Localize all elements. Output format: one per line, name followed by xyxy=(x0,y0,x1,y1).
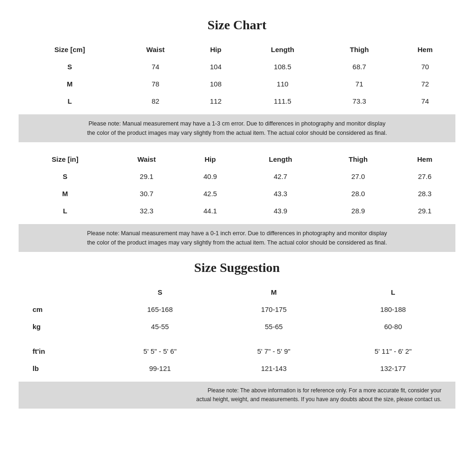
suggestion-s: 99-121 xyxy=(103,360,217,377)
in-col-hip: Hip xyxy=(182,151,239,168)
hip-cell: 112 xyxy=(190,93,241,110)
suggestion-l: 60-80 xyxy=(331,318,455,335)
suggestion-label: ft'in xyxy=(19,343,103,360)
hip-cell: 104 xyxy=(190,58,241,75)
suggestion-s: 5' 5" - 5' 6" xyxy=(103,343,217,360)
cm-col-length: Length xyxy=(241,41,323,58)
thigh-cell: 68.7 xyxy=(324,58,395,75)
in-col-waist: Waist xyxy=(112,151,182,168)
in-table-header-row: Size [in] Waist Hip Length Thigh Hem xyxy=(19,151,455,168)
suggestion-m: 121-143 xyxy=(217,360,331,377)
suggestion-label: cm xyxy=(19,301,103,318)
spacer-row xyxy=(19,335,455,343)
suggestion-col-s: S xyxy=(103,284,217,301)
table-row: S 29.1 40.9 42.7 27.0 27.6 xyxy=(19,168,455,185)
suggestion-m: 170-175 xyxy=(217,301,331,318)
size-cell: M xyxy=(19,185,112,202)
table-row: S 74 104 108.5 68.7 70 xyxy=(19,58,455,75)
waist-cell: 78 xyxy=(121,75,190,93)
hip-cell: 108 xyxy=(190,75,241,93)
bottom-note: Please note: The above information is fo… xyxy=(19,382,455,409)
suggestion-col-l: L xyxy=(331,284,455,301)
cm-table-header-row: Size [cm] Waist Hip Length Thigh Hem xyxy=(19,41,455,58)
table-row: L 82 112 111.5 73.3 74 xyxy=(19,93,455,110)
suggestion-table: S M L cm 165-168 170-175 180-188 kg 45-5… xyxy=(19,284,455,377)
size-cell: S xyxy=(19,168,112,185)
cm-col-hip: Hip xyxy=(190,41,241,58)
thigh-cell: 27.0 xyxy=(322,168,394,185)
length-cell: 43.9 xyxy=(239,202,323,219)
suggestion-title: Size Suggestion xyxy=(19,260,455,275)
waist-cell: 74 xyxy=(121,58,190,75)
length-cell: 108.5 xyxy=(241,58,323,75)
suggestion-header-row: S M L xyxy=(19,284,455,301)
suggestion-label: kg xyxy=(19,318,103,335)
list-item: lb 99-121 121-143 132-177 xyxy=(19,360,455,377)
in-col-length: Length xyxy=(239,151,323,168)
length-cell: 110 xyxy=(241,75,323,93)
hem-cell: 29.1 xyxy=(394,202,455,219)
cm-col-thigh: Thigh xyxy=(324,41,395,58)
in-size-table: Size [in] Waist Hip Length Thigh Hem S 2… xyxy=(19,151,455,219)
table-row: M 30.7 42.5 43.3 28.0 28.3 xyxy=(19,185,455,202)
list-item: cm 165-168 170-175 180-188 xyxy=(19,301,455,318)
suggestion-m: 5' 7" - 5' 9" xyxy=(217,343,331,360)
hip-cell: 42.5 xyxy=(182,185,239,202)
length-cell: 43.3 xyxy=(239,185,323,202)
waist-cell: 30.7 xyxy=(112,185,182,202)
size-cell: M xyxy=(19,75,121,93)
hem-cell: 28.3 xyxy=(394,185,455,202)
cm-col-size: Size [cm] xyxy=(19,41,121,58)
size-cell: L xyxy=(19,202,112,219)
in-col-thigh: Thigh xyxy=(322,151,394,168)
suggestion-l: 132-177 xyxy=(331,360,455,377)
suggestion-l: 180-188 xyxy=(331,301,455,318)
waist-cell: 82 xyxy=(121,93,190,110)
suggestion-col-label xyxy=(19,284,103,301)
suggestion-col-m: M xyxy=(217,284,331,301)
hip-cell: 40.9 xyxy=(182,168,239,185)
length-cell: 42.7 xyxy=(239,168,323,185)
in-note: Please note: Manual measurement may have… xyxy=(19,224,455,252)
waist-cell: 32.3 xyxy=(112,202,182,219)
thigh-cell: 73.3 xyxy=(324,93,395,110)
cm-size-table: Size [cm] Waist Hip Length Thigh Hem S 7… xyxy=(19,41,455,110)
list-item: kg 45-55 55-65 60-80 xyxy=(19,318,455,335)
thigh-cell: 28.0 xyxy=(322,185,394,202)
suggestion-s: 45-55 xyxy=(103,318,217,335)
hip-cell: 44.1 xyxy=(182,202,239,219)
cm-col-waist: Waist xyxy=(121,41,190,58)
hem-cell: 72 xyxy=(395,75,455,93)
suggestion-s: 165-168 xyxy=(103,301,217,318)
hem-cell: 27.6 xyxy=(394,168,455,185)
table-row: M 78 108 110 71 72 xyxy=(19,75,455,93)
thigh-cell: 28.9 xyxy=(322,202,394,219)
suggestion-label: lb xyxy=(19,360,103,377)
cm-note: Please note: Manual measurement may have… xyxy=(19,114,455,142)
in-col-hem: Hem xyxy=(394,151,455,168)
size-cell: S xyxy=(19,58,121,75)
cm-col-hem: Hem xyxy=(395,41,455,58)
hem-cell: 74 xyxy=(395,93,455,110)
waist-cell: 29.1 xyxy=(112,168,182,185)
length-cell: 111.5 xyxy=(241,93,323,110)
suggestion-m: 55-65 xyxy=(217,318,331,335)
thigh-cell: 71 xyxy=(324,75,395,93)
hem-cell: 70 xyxy=(395,58,455,75)
suggestion-l: 5' 11" - 6' 2" xyxy=(331,343,455,360)
in-col-size: Size [in] xyxy=(19,151,112,168)
list-item: ft'in 5' 5" - 5' 6" 5' 7" - 5' 9" 5' 11"… xyxy=(19,343,455,360)
table-row: L 32.3 44.1 43.9 28.9 29.1 xyxy=(19,202,455,219)
size-cell: L xyxy=(19,93,121,110)
page-title: Size Chart xyxy=(19,18,455,33)
